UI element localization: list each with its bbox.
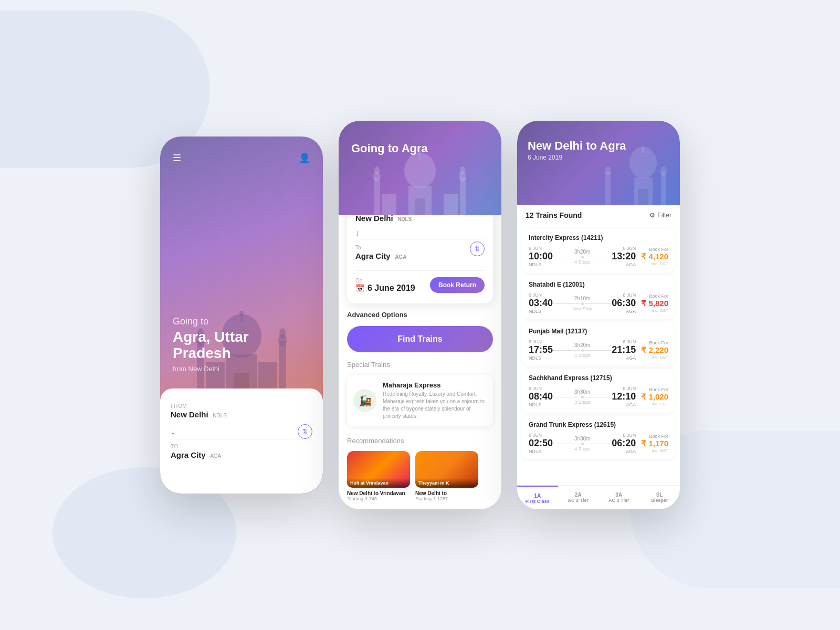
from-row: From New Delhi NDLS [171, 399, 312, 424]
dep-station-5: NDLS [529, 449, 553, 454]
search-from-row: From New Delhi NDLS [355, 215, 485, 227]
svg-rect-31 [661, 172, 666, 205]
train-2-name: Shatabdi E (12001) [529, 281, 668, 288]
train-5-duration: 3h30m 4 Stops [553, 436, 612, 452]
advanced-options[interactable]: Advanced Options [339, 303, 501, 326]
arr-date-3: 6 JUN [612, 339, 636, 344]
train-3-arrival: 6 JUN 21:15 AGA [612, 339, 636, 361]
dep-date-1: 6 JUN [529, 246, 553, 251]
train-5-departure: 6 JUN 02:50 NDLS [529, 433, 553, 454]
filter-label: Filter [657, 212, 671, 219]
train-result-card-4[interactable]: Sachkhand Express (12715) 6 JUN 08:40 ND… [522, 369, 675, 413]
find-trains-button[interactable]: Find Trains [347, 326, 493, 352]
to-row: To Agra City AGA [171, 439, 312, 464]
rec-overlay-theyyam: Theyyam in K [415, 478, 478, 488]
svg-rect-16 [374, 177, 380, 215]
price-1: ₹ 4,120 [641, 252, 668, 261]
from-label: from New Delhi [173, 365, 310, 373]
rec-route-theyyam: New Delhi to [415, 490, 478, 496]
train-1-price: Book For ₹ 4,120 inc. GST [641, 247, 668, 266]
train-results-list: Intercity Express (14211) 6 JUN 10:00 ND… [517, 226, 680, 509]
search-to-row: To Agra City AGA [355, 239, 485, 265]
price-5: ₹ 1,170 [641, 439, 668, 448]
search-swap-button[interactable]: ⇅ [470, 242, 485, 256]
phone-2-header: Going to Agra [339, 121, 501, 215]
search-from-to: From New Delhi NDLS ↓ ⇅ To Agr [355, 215, 485, 295]
user-icon[interactable]: 👤 [299, 152, 310, 164]
arr-date-1: 6 JUN [612, 246, 636, 251]
train-1-name: Intercity Express (14211) [529, 234, 668, 242]
rec-image-holi: Holi at Vrindavan [347, 451, 410, 488]
train-result-card-3[interactable]: Punjab Mail (12137) 6 JUN 17:55 NDLS 3h2… [522, 322, 675, 366]
special-train-card[interactable]: 🚂 Maharaja Express Redefining Royalty, L… [347, 375, 493, 426]
stops-1: 4 Stops [553, 259, 612, 265]
train-1-duration: 3h20m 4 Stops [553, 249, 612, 265]
train-3-name: Punjab Mail (12137) [529, 328, 668, 335]
filter-button[interactable]: ⚙ Filter [649, 212, 671, 219]
phone-2-title: Going to Agra [339, 121, 501, 155]
svg-rect-18 [460, 177, 466, 215]
tab-2a[interactable]: 2A AC 2 Tier [558, 486, 599, 509]
train-1-departure: 6 JUN 10:00 NDLS [529, 246, 553, 267]
phone-1: ☰ 👤 Going to Agra, Uttar Pradesh from Ne… [160, 136, 323, 494]
special-trains-title: Special Trains [347, 361, 493, 369]
train-4-departure: 6 JUN 08:40 NDLS [529, 386, 553, 407]
train-4-duration: 3h30m 3 Stops [553, 389, 612, 405]
book-return-button[interactable]: Book Return [430, 277, 485, 293]
dep-station-4: NDLS [529, 402, 553, 407]
rec-card-theyyam[interactable]: Theyyam in K New Delhi to Starting ₹ 128… [415, 451, 478, 501]
search-to-code: AGA [395, 254, 406, 260]
rec-price-theyyam: Starting ₹ 1287 [415, 496, 478, 501]
tab-sl-label: SL [642, 492, 678, 498]
date-value[interactable]: 6 June 2019 [368, 284, 415, 293]
arr-station-4: AGA [612, 402, 636, 407]
arr-date-2: 6 JUN [612, 292, 636, 298]
phone-1-header: ☰ 👤 [173, 152, 310, 164]
to-field-label: To [171, 444, 312, 449]
dep-station-1: NDLS [529, 262, 553, 267]
search-card: From New Delhi NDLS ↓ ⇅ To Agr [347, 215, 493, 303]
dep-time-4: 08:40 [529, 391, 553, 402]
inc-gst-4: inc. GST [641, 402, 668, 406]
arr-time-2: 06:30 [612, 298, 636, 309]
to-value: Agra City AGA [171, 450, 312, 460]
calendar-label: On 📅 6 June 2019 [355, 278, 415, 293]
train-result-card-2[interactable]: Shatabdi E (12001) 6 JUN 03:40 NDLS 2h10… [522, 276, 675, 319]
book-for-5: Book For [641, 434, 668, 439]
book-for-1: Book For [641, 247, 668, 252]
calendar-icon: 📅 [355, 284, 364, 292]
tab-3a[interactable]: 3A AC 3 Tier [598, 486, 639, 509]
results-header: 12 Trains Found ⚙ Filter [517, 205, 680, 226]
date-row: On 📅 6 June 2019 Book Return [355, 271, 485, 295]
train-2-duration: 2h10m Non Stop [553, 296, 612, 311]
svg-rect-29 [605, 172, 611, 205]
rec-card-holi[interactable]: Holi at Vrindavan New Delhi to Vrindavan… [347, 451, 410, 501]
stops-5: 4 Stops [553, 446, 612, 452]
train-3-duration: 3h20m 4 Stops [553, 342, 612, 358]
train-result-card-5[interactable]: Grand Trunk Express (12615) 6 JUN 02:50 … [522, 416, 675, 459]
train-2-row: 6 JUN 03:40 NDLS 2h10m Non Stop 6 JUN 06… [529, 292, 668, 314]
price-2: ₹ 5,820 [641, 299, 668, 308]
dep-time-3: 17:55 [529, 344, 553, 355]
rec-image-theyyam: Theyyam in K [415, 451, 478, 488]
phone-3-title-block: New Delhi to Agra 6 June 2019 [517, 121, 680, 161]
arr-station-5: AGA [612, 449, 636, 454]
svg-point-30 [605, 166, 611, 176]
duration-text-1: 3h20m [553, 249, 612, 255]
swap-button[interactable]: ⇅ [298, 424, 312, 439]
from-city: New Delhi [171, 410, 208, 419]
arr-time-1: 13:20 [612, 251, 636, 262]
train-result-card-1[interactable]: Intercity Express (14211) 6 JUN 10:00 ND… [522, 229, 675, 272]
recommendations-section: Recommendations Holi at Vrindavan New De… [339, 430, 501, 508]
train-3-row: 6 JUN 17:55 NDLS 3h20m 4 Stops 6 JUN 21:… [529, 339, 668, 361]
train-2-departure: 6 JUN 03:40 NDLS [529, 292, 553, 314]
from-to-section: From New Delhi NDLS ↓ ⇅ To Agra City AGA [171, 399, 312, 464]
train-3-departure: 6 JUN 17:55 NDLS [529, 339, 553, 361]
arr-station-2: AGA [612, 309, 636, 314]
menu-icon[interactable]: ☰ [173, 152, 181, 164]
train-5-name: Grand Trunk Express (12615) [529, 421, 668, 428]
down-arrow-icon: ↓ [355, 227, 485, 239]
svg-rect-23 [444, 194, 458, 215]
phone-2-scroll: From New Delhi NDLS ↓ ⇅ To Agr [339, 215, 501, 509]
train-5-price: Book For ₹ 1,170 inc. GST [641, 434, 668, 453]
